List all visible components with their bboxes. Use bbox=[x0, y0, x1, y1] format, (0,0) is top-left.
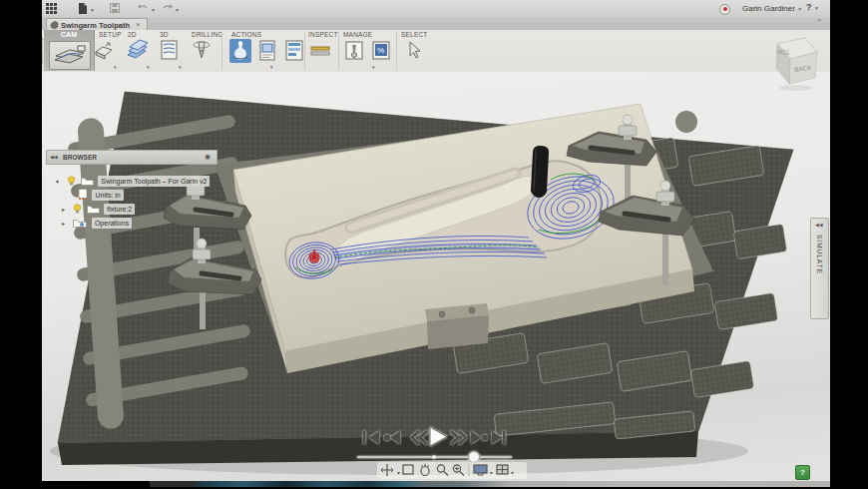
3d-milling-icon[interactable] bbox=[159, 39, 181, 63]
ribbon-collapse-icon[interactable]: ⌃ bbox=[816, 18, 823, 27]
group-label-setup: SETUP bbox=[99, 31, 122, 38]
timeline-marker bbox=[432, 455, 436, 459]
screen: ▼ ▼ ▼ Garin Gardiner ▼ ? ▼ Swingarm Tool bbox=[0, 0, 868, 489]
redo-icon[interactable] bbox=[162, 3, 173, 13]
document-tab-bar: Swingarm Toolpath × ⌃ bbox=[42, 17, 830, 30]
record-indicator-icon[interactable] bbox=[719, 4, 730, 15]
simulate-panel-label: SIMULATE bbox=[816, 235, 823, 274]
browser-header[interactable]: ◀◀ BROWSER ◉ bbox=[46, 150, 217, 165]
model-3d-scene[interactable] bbox=[42, 72, 830, 481]
zoom-window-icon[interactable] bbox=[453, 465, 464, 476]
next-operation-button[interactable] bbox=[471, 431, 488, 444]
svg-text:%: % bbox=[377, 46, 384, 55]
help-badge[interactable]: ? bbox=[795, 465, 810, 480]
fusion-doc-icon bbox=[50, 21, 59, 29]
browser-title: BROWSER bbox=[63, 154, 97, 161]
pan-hand-icon[interactable] bbox=[421, 464, 429, 476]
group-label-drilling: DRILLING bbox=[192, 31, 223, 38]
post-library-icon[interactable]: % bbox=[370, 39, 392, 63]
tool-library-icon[interactable] bbox=[343, 39, 365, 63]
workspace-cam-icon bbox=[49, 41, 91, 70]
tab-close-icon[interactable]: × bbox=[136, 20, 141, 29]
app-grid-icon[interactable] bbox=[46, 3, 57, 14]
browser-panel: ◀◀ BROWSER ◉ ▾ Swingarm Toolpath – For G… bbox=[46, 150, 217, 165]
bottom-strip-thumbnail bbox=[150, 481, 830, 487]
save-icon[interactable] bbox=[110, 3, 120, 13]
display-settings-icon[interactable] bbox=[474, 465, 487, 475]
post-process-icon[interactable] bbox=[256, 39, 278, 63]
look-at-icon[interactable] bbox=[403, 465, 413, 474]
fixture-key-block bbox=[425, 303, 489, 349]
application-bar: ▼ ▼ ▼ Garin Gardiner ▼ ? ▼ bbox=[42, 0, 830, 18]
viewport-canvas[interactable]: ◀◀ BROWSER ◉ ▾ Swingarm Toolpath – For G… bbox=[42, 72, 830, 481]
workspace-switcher[interactable]: CAM bbox=[44, 30, 95, 71]
group-label-select: SELECT bbox=[401, 31, 428, 38]
setup-sheet-icon[interactable] bbox=[283, 39, 305, 63]
grid-snap-icon[interactable] bbox=[497, 465, 508, 474]
file-menu-caret[interactable]: ▼ bbox=[90, 7, 95, 13]
lightbulb-icon[interactable] bbox=[67, 176, 76, 186]
operations-folder-icon bbox=[73, 218, 87, 228]
2d-dropdown-caret[interactable]: ▼ bbox=[146, 65, 150, 70]
simulate-panel-tab[interactable]: ◀◀ SIMULATE bbox=[810, 218, 829, 319]
group-label-2d: 2D bbox=[128, 31, 137, 38]
collapsed-arrow-icon[interactable]: ▸ bbox=[62, 220, 69, 227]
inspect-measure-icon[interactable] bbox=[309, 39, 331, 63]
browser-item-fixture[interactable]: ▸ fixture:2 bbox=[62, 198, 135, 210]
viewcube[interactable]: TOP BACK bbox=[764, 30, 828, 94]
setup-dropdown-caret[interactable]: ▼ bbox=[113, 65, 117, 70]
actions-dropdown-caret[interactable]: ▼ bbox=[269, 65, 273, 70]
help-menu[interactable]: ? ▼ bbox=[806, 2, 819, 14]
zoom-icon[interactable] bbox=[437, 465, 448, 476]
group-label-3d: 3D bbox=[160, 31, 169, 38]
viewcube-top-label: TOP bbox=[776, 48, 790, 56]
previous-operation-button[interactable] bbox=[384, 431, 400, 444]
cutting-tool[interactable] bbox=[531, 146, 550, 199]
group-label-inspect: INSPECT bbox=[308, 31, 338, 38]
play-button[interactable] bbox=[430, 427, 447, 446]
user-menu[interactable]: Garin Gardiner ▼ bbox=[742, 4, 802, 13]
timeline-slider-handle[interactable] bbox=[469, 452, 480, 463]
workspace-label: CAM bbox=[44, 31, 94, 38]
3d-dropdown-caret[interactable]: ▼ bbox=[178, 65, 182, 70]
browser-collapse-icon[interactable]: ◀◀ bbox=[50, 154, 58, 160]
go-to-end-button[interactable] bbox=[492, 431, 506, 444]
ribbon-toolbar: CAM SETUP 2D 3D DRILLING ACTIONS INSPECT… bbox=[42, 30, 830, 73]
expand-arrow-icon[interactable]: ▾ bbox=[56, 178, 63, 185]
setup-icon[interactable] bbox=[93, 39, 115, 63]
pan-dropdown-caret[interactable] bbox=[397, 472, 400, 475]
undo-caret[interactable]: ▼ bbox=[151, 7, 156, 13]
drilling-icon[interactable] bbox=[191, 39, 213, 63]
display-dropdown-caret[interactable] bbox=[490, 472, 493, 475]
group-label-manage: MANAGE bbox=[343, 31, 372, 38]
item-label[interactable]: Operations bbox=[92, 218, 132, 229]
browser-filter-icon[interactable]: ◉ bbox=[205, 153, 211, 161]
navigation-bar-icons bbox=[377, 462, 527, 479]
redo-caret[interactable]: ▼ bbox=[175, 7, 180, 13]
group-label-actions: ACTIONS bbox=[231, 31, 261, 38]
bottom-video-strip bbox=[0, 481, 868, 489]
browser-item-root[interactable]: ▾ Swingarm Toolpath – For Garin v2 bbox=[56, 170, 210, 182]
step-forward-button[interactable] bbox=[451, 431, 466, 444]
tab-title: Swingarm Toolpath bbox=[61, 21, 130, 30]
fusion-window: ▼ ▼ ▼ Garin Gardiner ▼ ? ▼ Swingarm Tool bbox=[42, 0, 830, 481]
browser-item-units[interactable]: Units: in bbox=[78, 184, 124, 196]
simulate-button[interactable] bbox=[229, 39, 251, 63]
step-back-button[interactable] bbox=[412, 431, 427, 444]
2d-pocket-icon[interactable] bbox=[126, 39, 148, 63]
file-menu-icon[interactable] bbox=[78, 3, 88, 14]
grid-dropdown-caret[interactable] bbox=[511, 472, 514, 475]
panel-expand-icon[interactable]: ◀◀ bbox=[815, 222, 823, 228]
manage-dropdown-caret[interactable]: ▼ bbox=[371, 65, 375, 70]
go-to-start-button[interactable] bbox=[363, 431, 379, 444]
undo-icon[interactable] bbox=[138, 3, 149, 13]
pan-orbit-icon[interactable] bbox=[381, 464, 393, 476]
browser-item-operations[interactable]: ▸ Operations bbox=[62, 212, 132, 224]
select-cursor-icon[interactable] bbox=[402, 39, 424, 63]
